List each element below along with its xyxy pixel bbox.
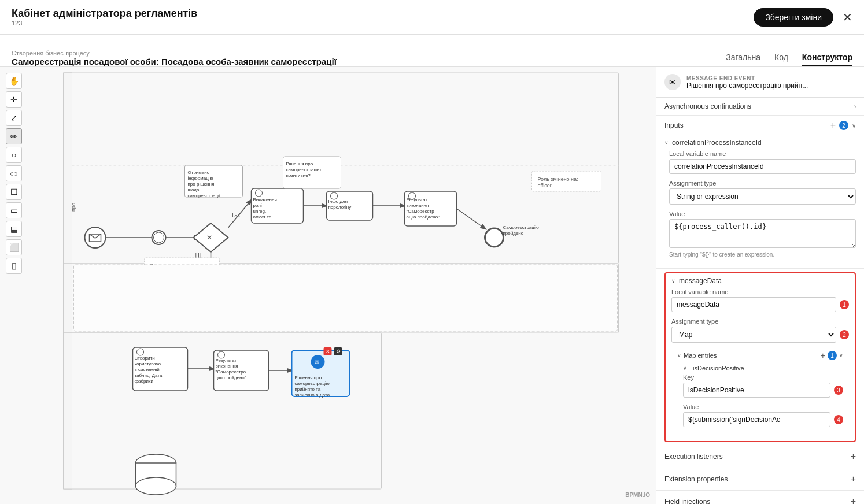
field-injections-row[interactable]: Field injections + (656, 491, 864, 504)
extension-properties-label: Extension properties (664, 475, 728, 483)
extension-properties-row[interactable]: Extension properties + (656, 468, 864, 490)
value-group: Value ${process_caller().id} Start typin… (669, 210, 856, 258)
svg-text:✉: ✉ (315, 359, 319, 365)
svg-text:"Самореєстр: "Самореєстр (407, 209, 435, 214)
tab-general[interactable]: Загальна (726, 53, 760, 66)
message-data-title: messageData (679, 277, 722, 285)
app-subtitle: 123 (12, 20, 197, 27)
correlation-content: Local variable name Assignment type Stri… (656, 150, 864, 268)
tool-circle[interactable]: ○ (6, 147, 22, 163)
svg-text:officer: officer (538, 183, 552, 188)
message-data-content: Local variable name 1 Assignment type Ma… (666, 288, 855, 441)
field-injections-section: Field injections + (656, 491, 864, 504)
field-injections-label: Field injections (664, 498, 710, 504)
async-label: Asynchronous continuations (664, 102, 751, 110)
tool-rect[interactable]: ▭ (6, 202, 22, 218)
value-textarea[interactable]: ${process_caller().id} (669, 219, 856, 248)
key-input[interactable] (683, 383, 830, 398)
svg-line-34 (457, 209, 486, 229)
toolbar: ✋ ✛ ⤢ ✏ ○ ⬭ ☐ ▭ ▤ ⬜ ⌷ (6, 73, 22, 274)
close-icon[interactable]: ✕ (843, 10, 852, 24)
message-end-event-icon: ✉ (664, 74, 681, 90)
svg-text:інформацію: інформацію (188, 176, 213, 181)
svg-rect-5 (64, 333, 72, 489)
message-data-header[interactable]: ∨ messageData (666, 273, 855, 288)
svg-text:щодо: щодо (188, 187, 200, 192)
tool-oval[interactable]: ⬭ (6, 165, 22, 181)
header-title-block: Кабінет адміністратора регламентів 123 (12, 8, 197, 27)
panel-title-block: MESSAGE END EVENT Рішення про самореєстр… (686, 75, 808, 90)
svg-text:виконання: виконання (407, 203, 429, 208)
is-decision-content: Key 3 Value 4 (677, 374, 849, 436)
correlation-header[interactable]: ∨ correlationProcessInstanceId (656, 135, 864, 150)
execution-listeners-row[interactable]: Execution listeners + (656, 446, 864, 468)
svg-text:- - - - - - - - - - - - -: - - - - - - - - - - - - - (87, 288, 127, 294)
svg-text:користувача: користувача (135, 361, 161, 366)
correlation-chevron-icon: ∨ (664, 140, 669, 146)
map-entries-header[interactable]: ∨ Map entries + 1 ∨ (671, 349, 849, 362)
assignment-type-select[interactable]: String or expression (669, 188, 856, 205)
tool-square[interactable]: ☐ (6, 184, 22, 200)
msg-value-group: Value 4 (683, 403, 843, 427)
tool-hand[interactable]: ✋ (6, 73, 22, 89)
tool-select[interactable]: ⌷ (6, 258, 22, 274)
svg-text:ацію пройдено": ацію пройдено" (407, 214, 440, 220)
save-button[interactable]: Зберегти зміни (754, 8, 833, 27)
svg-point-97 (136, 477, 176, 495)
svg-text:⚙: ⚙ (336, 349, 341, 354)
execution-listeners-add-button[interactable]: + (851, 451, 856, 462)
msg-assignment-label: Assignment type (671, 318, 849, 325)
correlation-title: correlationProcessInstanceId (672, 139, 762, 147)
msg-local-var-input[interactable] (671, 297, 836, 312)
is-decision-chevron-icon: ∨ (683, 365, 687, 371)
message-data-section: ∨ messageData Local variable name 1 Assi… (664, 272, 856, 442)
tab-code[interactable]: Код (774, 53, 788, 66)
tool-frame[interactable]: ⬜ (6, 239, 22, 255)
svg-text:Отримано: Отримано (188, 170, 210, 175)
tool-resize[interactable]: ⤢ (6, 110, 22, 126)
svg-text:✕: ✕ (326, 349, 330, 354)
tool-crosshair[interactable]: ✛ (6, 91, 22, 108)
tool-edit[interactable]: ✏ (6, 128, 22, 144)
async-section: Asynchronous continuations › (656, 98, 864, 116)
extension-properties-add-button[interactable]: + (851, 474, 856, 484)
inputs-section-header[interactable]: Inputs + 2 ∨ (656, 116, 864, 135)
is-decision-header[interactable]: ∨ isDecisionPositive (677, 362, 849, 374)
tool-database[interactable]: ▤ (6, 221, 22, 237)
hint-text: Start typing "${}" to create an expressi… (669, 251, 856, 258)
bpmn-canvas[interactable]: ✕ Так Видалення ролі unreg... officer та… (26, 67, 656, 504)
svg-text:✕: ✕ (206, 234, 212, 242)
async-chevron-icon: › (854, 103, 856, 110)
inputs-add-button[interactable]: + (830, 120, 836, 131)
header-right: Зберегти зміни ✕ (754, 8, 852, 27)
svg-text:цію пройдено": цію пройдено" (216, 375, 246, 380)
field-injections-add-button[interactable]: + (851, 496, 856, 504)
bpmn-watermark: BPMN.IO (625, 492, 650, 498)
badge-3: 3 (834, 386, 843, 395)
inputs-right: + 2 ∨ (830, 120, 856, 131)
svg-point-9 (152, 231, 166, 244)
key-group: Key 3 (683, 374, 843, 398)
badge-4: 4 (834, 415, 843, 424)
svg-point-35 (485, 228, 504, 247)
canvas-area[interactable]: ✋ ✛ ⤢ ✏ ○ ⬭ ☐ ▭ ▤ ⬜ ⌷ (0, 67, 656, 504)
svg-text:ролі: ролі (253, 203, 262, 208)
local-var-input[interactable] (669, 159, 856, 174)
msg-value-input[interactable] (683, 412, 830, 427)
key-label: Key (683, 374, 843, 381)
async-section-header[interactable]: Asynchronous continuations › (656, 98, 864, 115)
map-entries-add-button[interactable]: + (821, 351, 825, 360)
app-header: Кабінет адміністратора регламентів 123 З… (0, 0, 864, 35)
svg-text:Роль змінено на:: Роль змінено на: (538, 176, 578, 182)
tab-constructor[interactable]: Конструктор (802, 53, 852, 66)
svg-rect-4 (64, 264, 72, 333)
app-title: Кабінет адміністратора регламентів (12, 8, 197, 20)
msg-assignment-group: Assignment type Map 2 (671, 318, 849, 343)
svg-text:Рішення про: Рішення про (286, 161, 313, 166)
message-data-chevron-icon: ∨ (671, 278, 675, 284)
svg-text:Створити: Створити (135, 355, 155, 361)
svg-text:officer та...: officer та... (253, 214, 276, 220)
svg-text:unreg...: unreg... (253, 209, 269, 214)
msg-value-label: Value (683, 403, 843, 410)
msg-assignment-select[interactable]: Map (671, 327, 836, 343)
